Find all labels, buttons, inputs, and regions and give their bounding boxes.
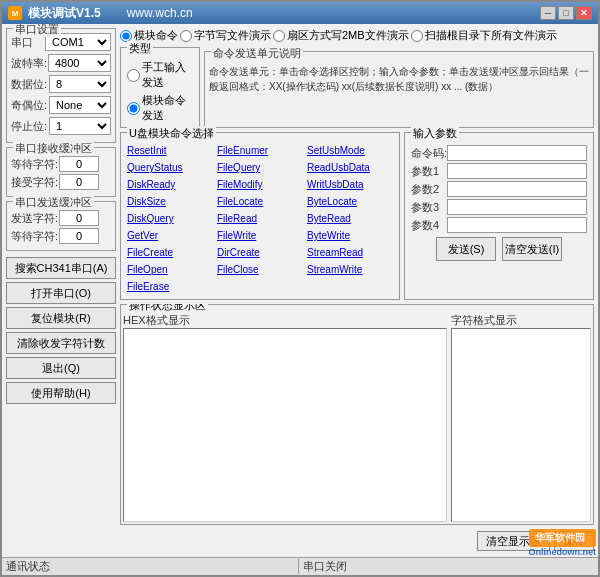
desc-title: 命令发送单元说明 <box>211 45 303 62</box>
tab-char-write[interactable]: 字节写文件演示 <box>180 28 271 43</box>
rx-recv-input[interactable] <box>59 174 99 190</box>
help-button[interactable]: 使用帮助(H) <box>6 382 116 404</box>
app-url: www.wch.cn <box>127 6 193 20</box>
tx-buffer-group: 串口发送缓冲区 发送字符: 等待字符: <box>6 201 116 251</box>
tab-scan-radio[interactable] <box>411 30 423 42</box>
cmd-fileopen[interactable]: FileOpen <box>127 262 213 278</box>
tx-wait-input[interactable] <box>59 228 99 244</box>
clear-send-button[interactable]: 清空发送(I) <box>502 237 562 261</box>
right-panel: 模块命令 字节写文件演示 扇区方式写2MB文件演示 扫描根目录下所有文件演示 <box>120 28 594 553</box>
cmd-dircreate[interactable]: DirCreate <box>217 245 303 261</box>
rx-wait-row: 等待字符: <box>11 156 111 172</box>
clear-count-button[interactable]: 清除收发字符计数 <box>6 332 116 354</box>
reset-module-button[interactable]: 复位模块(R) <box>6 307 116 329</box>
cmd-filelocate[interactable]: FileLocate <box>217 194 303 210</box>
cmd-bytelocate[interactable]: ByteLocate <box>307 194 393 210</box>
module-radio-label[interactable]: 模块命令发送 <box>127 93 193 123</box>
param2-label: 参数2 <box>411 182 443 197</box>
cmd-diskquery[interactable]: DiskQuery <box>127 211 213 227</box>
hex-display-label: HEX格式显示 <box>123 313 447 328</box>
main-content: 串口设置 串口 COM1 COM2 COM3 波特率: 4800 9600 11… <box>2 24 598 557</box>
cmd-streamwrite[interactable]: StreamWrite <box>307 262 393 278</box>
module-radio[interactable] <box>127 102 140 115</box>
char-display-content[interactable] <box>451 328 591 522</box>
char-display-area: 字符格式显示 <box>451 313 591 522</box>
cmd-querystatus[interactable]: QueryStatus <box>127 160 213 176</box>
cmd-diskready[interactable]: DiskReady <box>127 177 213 193</box>
tab-scan[interactable]: 扫描根目录下所有文件演示 <box>411 28 557 43</box>
param1-label: 参数1 <box>411 164 443 179</box>
cmd-filequery[interactable]: FileQuery <box>217 160 303 176</box>
tx-buffer-title: 串口发送缓冲区 <box>13 195 94 210</box>
cmd-fileerase[interactable]: FileErase <box>127 279 213 295</box>
search-ch341-button[interactable]: 搜索CH341串口(A) <box>6 257 116 279</box>
left-panel: 串口设置 串口 COM1 COM2 COM3 波特率: 4800 9600 11… <box>6 28 116 553</box>
cmd-filewrite[interactable]: FileWrite <box>217 228 303 244</box>
hex-display-content[interactable] <box>123 328 447 522</box>
exit-button[interactable]: 退出(Q) <box>6 357 116 379</box>
save-button[interactable]: 保存 <box>554 531 594 551</box>
desc-text: 命令发送单元：单击命令选择区控制；输入命令参数；单击发送缓冲区显示回结果（一般返… <box>209 64 589 94</box>
tab-char-write-label: 字节写文件演示 <box>194 28 271 43</box>
baud-select[interactable]: 4800 9600 115200 <box>48 54 111 72</box>
close-button[interactable]: ✕ <box>576 6 592 20</box>
tab-sector-write[interactable]: 扇区方式写2MB文件演示 <box>273 28 409 43</box>
params-title: 输入参数 <box>411 126 459 141</box>
cmd-fileenumer[interactable]: FileEnumer <box>217 143 303 159</box>
rx-wait-label: 等待字符: <box>11 157 55 172</box>
param1-input[interactable] <box>447 163 587 179</box>
baud-label: 波特率: <box>11 56 46 71</box>
data-select[interactable]: 8 7 <box>49 75 111 93</box>
display-outer: 操作状态显示区 HEX格式显示 字符格式显示 <box>120 304 594 525</box>
cmd-byteread[interactable]: ByteRead <box>307 211 393 227</box>
left-buttons: 搜索CH341串口(A) 打开串口(O) 复位模块(R) 清除收发字符计数 退出… <box>6 257 116 404</box>
tab-sector-write-label: 扇区方式写2MB文件演示 <box>287 28 409 43</box>
char-display-label: 字符格式显示 <box>451 313 591 328</box>
param4-row: 参数4 <box>411 217 587 233</box>
rx-recv-label: 接受字符: <box>11 175 55 190</box>
cmd-bytewrite[interactable]: ByteWrite <box>307 228 393 244</box>
stop-select[interactable]: 1 1.5 2 <box>49 117 111 135</box>
cmd-filecreate[interactable]: FileCreate <box>127 245 213 261</box>
rx-recv-row: 接受字符: <box>11 174 111 190</box>
tx-send-input[interactable] <box>59 210 99 226</box>
send-buttons: 发送(S) 清空发送(I) <box>411 237 587 261</box>
cmd-code-input[interactable] <box>447 145 587 161</box>
cmd-filemodify[interactable]: FileModify <box>217 177 303 193</box>
send-button[interactable]: 发送(S) <box>436 237 496 261</box>
cmd-writusbdata[interactable]: WritUsbData <box>307 177 393 193</box>
param3-input[interactable] <box>447 199 587 215</box>
cmd-disksize[interactable]: DiskSize <box>127 194 213 210</box>
data-row: 数据位: 8 7 <box>11 75 111 93</box>
usb-commands-grid: ResetInit FileEnumer SetUsbMode QuerySta… <box>127 143 393 295</box>
cmd-setusbmode[interactable]: SetUsbMode <box>307 143 393 159</box>
usb-commands-group: U盘模块命令选择 ResetInit FileEnumer SetUsbMode… <box>120 132 400 300</box>
usb-commands-title: U盘模块命令选择 <box>127 126 216 141</box>
manual-radio-label[interactable]: 手工输入发送 <box>127 60 193 90</box>
open-port-button[interactable]: 打开串口(O) <box>6 282 116 304</box>
app-icon: M <box>8 6 22 20</box>
maximize-button[interactable]: □ <box>558 6 574 20</box>
rx-wait-input[interactable] <box>59 156 99 172</box>
cmd-readusbdata[interactable]: ReadUsbData <box>307 160 393 176</box>
tab-char-write-radio[interactable] <box>180 30 192 42</box>
tx-send-row: 发送字符: <box>11 210 111 226</box>
param2-input[interactable] <box>447 181 587 197</box>
tx-wait-row: 等待字符: <box>11 228 111 244</box>
manual-radio[interactable] <box>127 69 140 82</box>
module-label: 模块命令发送 <box>142 93 193 123</box>
cmd-streamread[interactable]: StreamRead <box>307 245 393 261</box>
tab-module-cmd-radio[interactable] <box>120 30 132 42</box>
minimize-button[interactable]: ─ <box>540 6 556 20</box>
clear-display-button[interactable]: 清空显示区 <box>477 531 550 551</box>
cmd-fileread[interactable]: FileRead <box>217 211 303 227</box>
tx-send-label: 发送字符: <box>11 211 55 226</box>
cmd-getver[interactable]: GetVer <box>127 228 213 244</box>
rx-buffer-title: 串口接收缓冲区 <box>13 141 94 156</box>
tab-sector-write-radio[interactable] <box>273 30 285 42</box>
parity-select[interactable]: None Odd Even <box>49 96 111 114</box>
param4-input[interactable] <box>447 217 587 233</box>
cmd-fileclose[interactable]: FileClose <box>217 262 303 278</box>
cmd-code-row: 命令码: <box>411 145 587 161</box>
cmd-resetinit[interactable]: ResetInit <box>127 143 213 159</box>
